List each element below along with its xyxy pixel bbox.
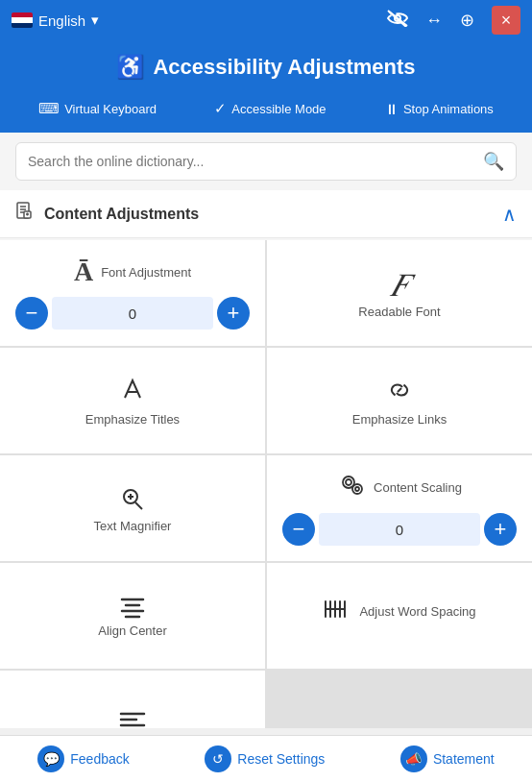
nav-accessible-label: Accessible Mode (231, 102, 326, 116)
nav-accessible-mode[interactable]: ✓ Accessible Mode (206, 96, 333, 121)
nav-virtual-keyboard[interactable]: ⌨ Virtual Keyboard (31, 96, 164, 121)
emphasize-links-icon (384, 375, 415, 412)
content-scaling-header: Content Scaling (337, 471, 462, 503)
close-button[interactable]: × (492, 6, 520, 35)
word-spacing-label: Adjust Word Spacing (359, 604, 475, 619)
section-label: Content Adjustments (44, 206, 199, 223)
reset-label: Reset Settings (237, 751, 325, 767)
statement-button[interactable]: 📣 Statement (400, 745, 495, 772)
top-bar: English ▾ ↔ ⊕ × (0, 0, 532, 40)
align-center-icon (117, 595, 148, 623)
align-center-card[interactable]: Align Center (0, 563, 265, 669)
align-left-card[interactable] (0, 671, 265, 728)
statement-icon: 📣 (400, 745, 427, 772)
readable-font-icon: 𝐹 (390, 267, 410, 305)
arrows-h-icon[interactable]: ↔ (425, 11, 443, 31)
svg-line-11 (135, 502, 142, 509)
text-magnifier-label: Text Magnifier (94, 519, 172, 533)
page-title: Accessibility Adjustments (153, 55, 415, 80)
word-spacing-icon (323, 598, 351, 624)
emphasize-links-label: Emphasize Links (352, 412, 447, 427)
svg-point-16 (352, 484, 362, 494)
align-left-icon (117, 709, 148, 728)
reset-settings-button[interactable]: ↺ Reset Settings (205, 745, 325, 772)
svg-point-15 (346, 479, 351, 485)
footer: 💬 Feedback ↺ Reset Settings 📣 Statement (0, 735, 532, 782)
content-scaling-label: Content Scaling (374, 480, 462, 495)
feedback-icon: 💬 (37, 745, 64, 772)
cards-grid: Ā Font Adjustment − 0 + 𝐹 Readable Font (0, 240, 532, 728)
globe-icon[interactable]: ⊕ (460, 10, 474, 31)
content-scaling-icon (337, 471, 366, 503)
checkmark-icon: ✓ (214, 100, 227, 117)
collapse-button[interactable]: ∧ (502, 203, 517, 226)
font-adjustment-stepper: − 0 + (15, 297, 250, 330)
language-label: English (38, 12, 85, 29)
word-spacing-header: Adjust Word Spacing (323, 598, 475, 624)
align-center-label: Align Center (98, 623, 167, 638)
font-adjustment-header: Ā Font Adjustment (74, 257, 191, 287)
statement-label: Statement (433, 751, 495, 767)
font-adjustment-card[interactable]: Ā Font Adjustment − 0 + (0, 240, 265, 346)
content-area: 🔍 Con (0, 133, 532, 728)
emphasize-links-card[interactable]: Emphasize Links (267, 348, 532, 453)
accessibility-icon: ♿ (116, 54, 145, 81)
top-bar-right: ↔ ⊕ × (387, 6, 520, 35)
emphasize-titles-icon (117, 375, 148, 412)
reset-icon: ↺ (205, 745, 231, 772)
title-area: ♿ Accessibility Adjustments (0, 40, 532, 90)
pause-icon: ⏸ (384, 101, 399, 117)
content-scaling-card[interactable]: Content Scaling − 0 + (267, 455, 532, 561)
section-title-group: Content Adjustments (15, 202, 199, 226)
keyboard-icon: ⌨ (38, 100, 60, 117)
section-header: Content Adjustments ∧ (0, 190, 532, 238)
font-adjustment-label: Font Adjustment (101, 265, 191, 280)
language-selector[interactable]: English ▾ (12, 12, 99, 29)
font-decrement-button[interactable]: − (15, 297, 48, 330)
scaling-value: 0 (319, 513, 480, 546)
text-magnifier-card[interactable]: Text Magnifier (0, 455, 265, 561)
search-icon: 🔍 (483, 151, 504, 172)
font-value: 0 (52, 297, 213, 330)
content-scaling-stepper: − 0 + (282, 513, 517, 546)
font-icon: Ā (74, 257, 93, 287)
eye-slash-icon[interactable] (387, 10, 408, 32)
emphasize-titles-card[interactable]: Emphasize Titles (0, 348, 265, 453)
svg-line-9 (398, 388, 401, 392)
nav-animations-label: Stop Animations (403, 102, 494, 116)
readable-font-card[interactable]: 𝐹 Readable Font (267, 240, 532, 346)
main-panel: ♿ Accessibility Adjustments ⌨ Virtual Ke… (0, 40, 532, 728)
svg-point-17 (355, 487, 359, 491)
nav-bar: ⌨ Virtual Keyboard ✓ Accessible Mode ⏸ S… (0, 90, 532, 133)
nav-stop-animations[interactable]: ⏸ Stop Animations (376, 96, 501, 121)
feedback-label: Feedback (70, 751, 129, 767)
scaling-increment-button[interactable]: + (484, 513, 517, 546)
readable-font-label: Readable Font (358, 305, 440, 319)
nav-keyboard-label: Virtual Keyboard (64, 102, 157, 116)
text-magnifier-icon (117, 484, 148, 519)
search-bar[interactable]: 🔍 (15, 142, 517, 181)
word-spacing-card[interactable]: Adjust Word Spacing (267, 563, 532, 669)
feedback-button[interactable]: 💬 Feedback (37, 745, 129, 772)
emphasize-titles-label: Emphasize Titles (85, 412, 180, 427)
section-doc-icon (15, 202, 35, 226)
font-increment-button[interactable]: + (217, 297, 250, 330)
search-input[interactable] (28, 154, 483, 169)
scaling-decrement-button[interactable]: − (282, 513, 315, 546)
dropdown-arrow: ▾ (91, 12, 99, 29)
flag-icon (12, 12, 33, 28)
